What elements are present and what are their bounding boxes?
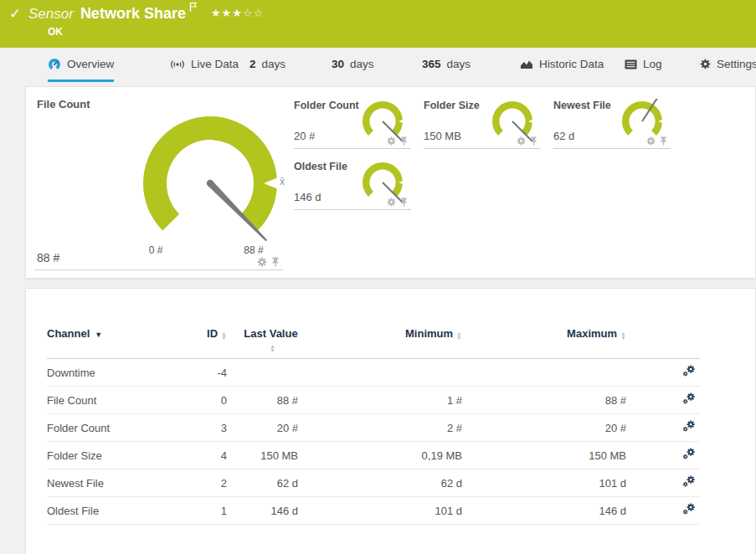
channel-id: 1 (181, 505, 227, 517)
channel-settings-icon[interactable] (682, 420, 696, 433)
sort-icon[interactable]: ▲▼ (221, 331, 227, 340)
gauge-scale-min: 0 # (135, 244, 177, 256)
channel-name: Oldest File (47, 505, 181, 517)
tab-label: Live Data (191, 58, 239, 70)
tab-label: Overview (67, 58, 114, 70)
gauge-folder-count: Folder Count 20 # (294, 98, 411, 149)
gauge-title: Folder Size (424, 100, 480, 111)
channel-minimum: 2 # (298, 422, 462, 434)
channel-id: 4 (181, 449, 227, 462)
tab-label: days (350, 58, 374, 70)
page-title: Network Share (80, 5, 186, 23)
tab-label: Settings (717, 58, 756, 70)
gauge-title: Folder Count (294, 100, 359, 111)
gear-icon[interactable] (387, 197, 396, 207)
channels-table: Channel▼ ID▲▼ Last Value▲▼ Minimum▲▼ Max… (47, 321, 700, 525)
gauge-value: 150 MB (424, 130, 461, 142)
channel-settings-icon[interactable] (682, 503, 696, 516)
channel-id: 2 (181, 477, 227, 490)
column-header-maximum[interactable]: Maximum▲▼ (462, 327, 626, 340)
channels-panel: Channel▼ ID▲▼ Last Value▲▼ Minimum▲▼ Max… (25, 288, 756, 554)
tab-2-days[interactable]: 2 days (249, 48, 285, 80)
gauge-title: File Count (37, 98, 90, 110)
channel-last-value: 88 # (227, 394, 298, 407)
tab-label: days (262, 58, 286, 70)
tab-label: days (447, 58, 471, 70)
channel-settings-icon[interactable] (682, 475, 696, 488)
gauges-panel: File Count x̄ 0 # 88 # 88 # Folder Count… (25, 86, 756, 279)
gauge-value: 146 d (294, 191, 321, 203)
status-badge: OK (48, 26, 63, 38)
pin-icon[interactable] (659, 136, 668, 146)
table-row: Oldest File 1 146 d 101 d 146 d (47, 497, 700, 525)
channel-name: Newest File (47, 477, 181, 490)
table-row: File Count 0 88 # 1 # 88 # (47, 387, 700, 414)
channel-settings-icon[interactable] (682, 365, 696, 377)
channel-id: 3 (181, 422, 227, 434)
tab-30-days[interactable]: 30 days (332, 48, 374, 80)
column-header-minimum[interactable]: Minimum▲▼ (298, 327, 462, 340)
gauge-value: 88 # (37, 251, 59, 264)
channel-id: 0 (181, 394, 227, 407)
tab-label: Log (643, 58, 662, 70)
flag-icon[interactable] (189, 1, 198, 16)
table-row: Newest File 2 62 d 62 d 101 d (47, 469, 700, 497)
pin-icon[interactable] (529, 136, 538, 146)
sort-icon[interactable]: ▲▼ (456, 331, 462, 340)
channel-settings-icon[interactable] (682, 392, 696, 405)
channel-name: Downtime (47, 367, 181, 379)
gauge-value: 62 d (553, 130, 574, 142)
tab-label: Historic Data (539, 58, 604, 70)
live-data-icon (170, 59, 185, 70)
gear-icon[interactable] (257, 257, 267, 267)
column-header-last-value[interactable]: Last Value▲▼ (227, 327, 298, 352)
tab-log[interactable]: Log (625, 48, 662, 80)
channel-maximum: 88 # (462, 394, 626, 407)
pin-icon[interactable] (399, 197, 409, 207)
channel-settings-icon[interactable] (682, 448, 696, 460)
tab-overview[interactable]: Overview (48, 48, 114, 80)
gear-icon (700, 59, 711, 69)
table-row: Downtime -4 (47, 359, 700, 387)
gauge-icon (48, 58, 61, 71)
gauge-folder-size: Folder Size 150 MB (424, 98, 541, 149)
channel-last-value: 20 # (227, 422, 298, 434)
tab-live-data[interactable]: Live Data (170, 48, 239, 80)
tab-365-days[interactable]: 365 days (422, 48, 471, 80)
pin-icon[interactable] (270, 257, 280, 267)
gauge-title: Newest File (553, 100, 611, 111)
channel-last-value: 150 MB (227, 449, 298, 462)
channel-minimum: 101 d (298, 505, 462, 517)
channel-name: File Count (47, 394, 181, 407)
gauge-newest-file: Newest File 62 d (553, 98, 671, 149)
gauge-scale-max: 88 # (233, 244, 275, 256)
sort-desc-icon[interactable]: ▼ (95, 331, 102, 339)
column-header-channel[interactable]: Channel▼ (47, 327, 181, 341)
tab-historic-data[interactable]: Historic Data (520, 48, 604, 80)
mean-marker: x̄ (280, 176, 285, 187)
channel-id: -4 (181, 367, 227, 379)
gear-icon[interactable] (387, 136, 396, 146)
pin-icon[interactable] (399, 136, 409, 146)
object-kind-label: Sensor (28, 6, 74, 23)
area-chart-icon (520, 59, 533, 69)
check-icon: ✓ (9, 5, 21, 23)
sensor-status-header: ✓ Sensor Network Share ★★★☆☆ OK (0, 0, 756, 48)
channel-maximum: 101 d (462, 477, 626, 490)
table-row: Folder Size 4 150 MB 0,19 MB 150 MB (47, 442, 700, 469)
channel-last-value: 146 d (227, 505, 298, 517)
channel-maximum: 146 d (462, 505, 626, 517)
channel-maximum: 20 # (462, 422, 626, 434)
column-header-id[interactable]: ID▲▼ (181, 327, 227, 340)
table-header-row: Channel▼ ID▲▼ Last Value▲▼ Minimum▲▼ Max… (47, 321, 700, 359)
priority-stars[interactable]: ★★★☆☆ (211, 7, 264, 19)
channel-minimum: 0,19 MB (298, 449, 462, 462)
sort-icon[interactable]: ▲▼ (620, 331, 626, 340)
gear-icon[interactable] (517, 136, 526, 146)
table-row: Folder Count 3 20 # 2 # 20 # (47, 414, 700, 442)
sort-icon[interactable]: ▲▼ (270, 344, 275, 352)
gauge-oldest-file: Oldest File 146 d (294, 159, 411, 210)
tab-settings[interactable]: Settings (700, 48, 756, 80)
channel-maximum: 150 MB (462, 449, 626, 462)
gear-icon[interactable] (646, 136, 656, 146)
